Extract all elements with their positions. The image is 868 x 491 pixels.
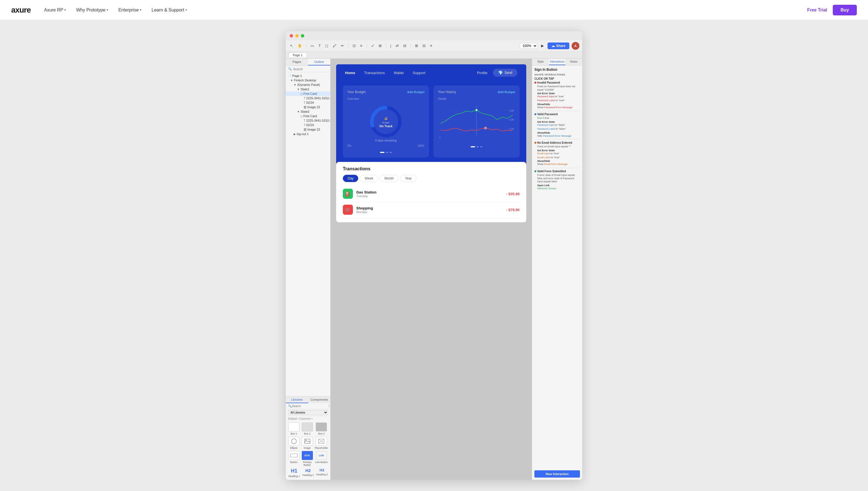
fintech-profile-link[interactable]: Profile	[477, 71, 487, 75]
tree-fintech[interactable]: ▼ Fintech Desktop	[286, 78, 330, 83]
lib-item-primary-button[interactable]: BTN Primary Button	[301, 451, 313, 466]
fintech-wallet-link[interactable]: Wallet	[394, 71, 404, 75]
filter-year-btn[interactable]: Year	[400, 175, 416, 182]
libraries-tab[interactable]: Libraries	[286, 397, 308, 403]
shopping-amount: - $79.90	[506, 208, 520, 212]
fintech-support-link[interactable]: Support	[413, 71, 426, 75]
v-align-tool[interactable]: ⊞	[413, 43, 419, 49]
add-budget-history-btn[interactable]: Add Budget	[498, 90, 515, 94]
filter-day-btn[interactable]: Day	[343, 175, 358, 182]
shape-tool[interactable]: ◻	[324, 43, 330, 49]
tree-first-card-1[interactable]: ◻ First Card	[286, 91, 330, 96]
tree-date-2[interactable]: T 02/24	[286, 123, 330, 127]
new-interaction-button[interactable]: New Interaction	[534, 470, 580, 478]
tree-first-card-2[interactable]: ◻ First Card	[286, 114, 330, 118]
v-sep-tool[interactable]: |	[389, 43, 393, 49]
lib-more-icon[interactable]: ⋮	[327, 404, 330, 408]
text-tool[interactable]: T	[317, 43, 322, 49]
add-budget-btn[interactable]: Add Budget	[407, 90, 425, 94]
outline-tab[interactable]: Outline	[308, 59, 330, 65]
fintech-send-btn[interactable]: 💎 Send	[493, 69, 517, 77]
free-trial-link[interactable]: Free Trial	[807, 7, 827, 12]
lib-h1[interactable]: H1 Heading 1	[288, 468, 300, 478]
pen-tool[interactable]: ✏	[340, 43, 345, 49]
tree-page1[interactable]: 📄 Page 1	[286, 74, 330, 78]
nav-axure-rp[interactable]: Axure RP ▾	[44, 7, 66, 12]
paint-tool[interactable]: 🖊	[331, 43, 338, 49]
tree-state1[interactable]: ▼ State1	[286, 87, 330, 91]
components-tab[interactable]: Components	[308, 397, 330, 403]
nav-why-prototype[interactable]: Why Prototype ▾	[76, 7, 108, 12]
notes-tab[interactable]: Notes	[566, 59, 582, 65]
tree-logout[interactable]: ▶ log-out 1	[286, 132, 330, 136]
tree-image-22-2[interactable]: 🖼 Image 22	[286, 127, 330, 132]
nav-enterprise[interactable]: Enterprise ▾	[118, 7, 142, 12]
lib-item-placeholder[interactable]: Placeholder	[315, 437, 328, 449]
lib-search-input[interactable]	[292, 405, 327, 408]
lib-item-image[interactable]: Image	[301, 437, 313, 449]
lib-item-box3[interactable]: Box 3	[315, 423, 328, 435]
history-dot-2[interactable]	[476, 146, 479, 147]
zoom-select[interactable]: 100% 75% 150%	[520, 43, 538, 49]
pan-tool[interactable]: ✋	[296, 43, 303, 49]
components-tool[interactable]: ⊞	[377, 43, 383, 49]
tree-dynamic-panel[interactable]: ▼ (Dynamic Panel)	[286, 83, 330, 87]
nav-learn-support[interactable]: Learn & Support ▾	[151, 7, 187, 12]
svg-text:3,00: 3,00	[509, 110, 514, 112]
h3-icon: H3	[320, 468, 324, 472]
tree-card-number-1[interactable]: T 2225-3441-5152-2351	[286, 96, 330, 100]
minimize-dot[interactable]	[295, 34, 299, 37]
outline-search-input[interactable]	[293, 67, 331, 71]
expand-tool[interactable]: ⤢	[370, 43, 376, 49]
distribute-tool[interactable]: ⊟	[402, 43, 408, 49]
lib-h3[interactable]: H3 Heading 3	[316, 468, 328, 478]
tree-state2[interactable]: ▼ State2	[286, 109, 330, 114]
divider-3	[534, 168, 580, 168]
more-tool[interactable]: ≡	[429, 43, 434, 49]
interactions-tab[interactable]: Interactions	[549, 59, 566, 65]
lib-item-link-button[interactable]: Link Link Button	[315, 451, 328, 466]
lib-item-button[interactable]: Button	[288, 451, 300, 466]
no-email-dot	[534, 142, 537, 144]
tree-image-22-1[interactable]: 🖼 Image 22	[286, 105, 330, 109]
history-title: Your History	[438, 90, 456, 94]
left-panel: Pages Outline 🔍 ⊞ 📄 Page 1	[286, 59, 330, 480]
align-tool[interactable]: ≡	[359, 43, 364, 49]
axure-logo[interactable]: axure	[11, 6, 31, 15]
carousel-dot-2[interactable]	[386, 152, 388, 153]
h-align-tool[interactable]: ⊟	[421, 43, 427, 49]
valid-pwd-show-hide: Show/Hide	[537, 132, 580, 134]
tree-date-1[interactable]: T 02/24	[286, 100, 330, 105]
tree-card-number-2[interactable]: T 2225-3441-5152-2351	[286, 118, 330, 123]
style-tab[interactable]: Style	[532, 59, 549, 65]
lib-item-box2[interactable]: Box 2	[301, 423, 313, 435]
history-dot-3[interactable]	[480, 146, 482, 147]
carousel-dot-1[interactable]	[380, 152, 384, 153]
select-tool[interactable]: ↖	[289, 43, 294, 49]
box2-icon	[302, 423, 313, 431]
buy-button[interactable]: Buy	[833, 5, 857, 16]
donut-scale: 0% 100%	[347, 144, 425, 147]
history-dot-1[interactable]	[471, 146, 475, 147]
connect-tool[interactable]: ⇄	[394, 43, 400, 49]
share-button[interactable]: ☁ Share	[548, 42, 569, 49]
filter-week-btn[interactable]: Week	[360, 175, 378, 182]
lib-dropdown-select[interactable]: All Libraries	[288, 410, 328, 415]
maximize-dot[interactable]	[301, 34, 304, 37]
play-button[interactable]: ▶	[540, 43, 545, 49]
close-dot[interactable]	[290, 34, 293, 37]
page-1-tab[interactable]: Page 1	[289, 53, 307, 57]
fintech-home-link[interactable]: Home	[345, 71, 355, 75]
pages-tab[interactable]: Pages	[286, 59, 308, 65]
box3-icon	[316, 423, 327, 431]
lib-item-ellipse[interactable]: Ellipse	[288, 437, 300, 449]
user-avatar[interactable]: A	[572, 42, 579, 50]
rectangle-tool[interactable]: ▭	[309, 43, 315, 49]
fit-tool[interactable]: ⊡	[351, 43, 357, 49]
lib-h2[interactable]: H2 Heading 2	[302, 468, 314, 478]
filter-month-btn[interactable]: Month	[380, 175, 399, 182]
fintech-transactions-link[interactable]: Transactions	[364, 71, 385, 75]
carousel-dot-3[interactable]	[389, 152, 392, 153]
svg-point-2	[306, 439, 307, 441]
lib-item-box1[interactable]: Box 1	[288, 423, 300, 435]
